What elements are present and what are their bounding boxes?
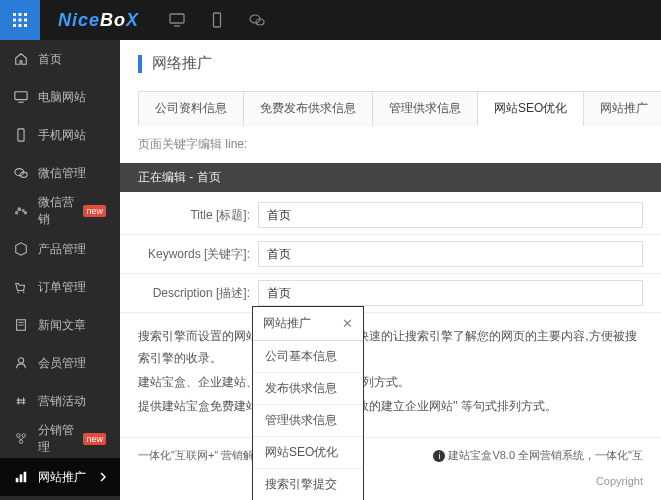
nav-icon [14, 52, 28, 66]
description-input[interactable] [258, 280, 643, 306]
editing-banner: 正在编辑 - 首页 [120, 163, 661, 192]
sidebar-item-9[interactable]: 营销活动 [0, 382, 120, 420]
logo: NiceBoX [40, 10, 157, 31]
tabs: 公司资料信息免费发布供求信息管理供求信息网站SEO优化网站推广搜索引擎提交 [138, 91, 643, 126]
svg-rect-1 [19, 13, 22, 16]
svg-point-22 [24, 211, 28, 215]
keywords-input[interactable] [258, 241, 643, 267]
tab-2[interactable]: 管理供求信息 [372, 91, 478, 126]
tab-3[interactable]: 网站SEO优化 [477, 91, 584, 126]
svg-rect-4 [19, 19, 22, 22]
sidebar-item-0[interactable]: 首页 [0, 40, 120, 78]
nav-icon [14, 356, 28, 370]
sidebar-item-12[interactable]: 功能系统 [0, 496, 120, 500]
tab-1[interactable]: 免费发布供求信息 [243, 91, 373, 126]
sidebar-item-3[interactable]: 微信管理 [0, 154, 120, 192]
nav-label: 手机网站 [38, 127, 86, 144]
tab-4[interactable]: 网站推广 [583, 91, 661, 126]
new-badge: new [83, 205, 106, 217]
sidebar-item-1[interactable]: 电脑网站 [0, 78, 120, 116]
popup-close-button[interactable]: ✕ [342, 316, 353, 331]
description-label: Description [描述]: [138, 285, 258, 302]
nav-label: 电脑网站 [38, 89, 86, 106]
hints: 搜索引擎而设置的网站关键内容,可以方便快速的让搜索引擎了解您的网页的主要内容,方… [120, 317, 661, 427]
seo-form: Title [标题]: Keywords [关键字]: Description … [120, 192, 661, 317]
nav-label: 新闻文章 [38, 317, 86, 334]
sidebar-item-7[interactable]: 新闻文章 [0, 306, 120, 344]
sidebar-item-11[interactable]: 网站推广 [0, 458, 120, 496]
popup-item-0[interactable]: 公司基本信息 [253, 341, 363, 373]
keywords-label: Keywords [关键字]: [138, 246, 258, 263]
form-row-title: Title [标题]: [120, 196, 661, 235]
svg-rect-20 [22, 209, 25, 212]
chevron-right-icon [100, 472, 106, 482]
footer-right: i建站宝盒V8.0 全网营销系统，一体化"互 [433, 448, 643, 463]
nav-label: 订单管理 [38, 279, 86, 296]
svg-point-24 [23, 291, 25, 293]
desktop-icon-button[interactable] [157, 0, 197, 40]
chat-icon-button[interactable] [237, 0, 277, 40]
copyright: Copyright [120, 473, 661, 489]
nav-icon [14, 166, 28, 180]
nav-icon [14, 242, 28, 256]
info-icon: i [433, 450, 445, 462]
svg-rect-3 [13, 19, 16, 22]
svg-rect-34 [24, 472, 27, 483]
nav-icon [14, 470, 28, 484]
svg-rect-9 [170, 14, 184, 23]
svg-rect-19 [18, 208, 22, 212]
nav-label: 产品管理 [38, 241, 86, 258]
sidebar-item-10[interactable]: 分销管理new [0, 420, 120, 458]
nav-label: 微信营销 [38, 194, 79, 228]
chat-icon [249, 12, 265, 28]
nav-label: 会员管理 [38, 355, 86, 372]
svg-rect-14 [15, 92, 27, 100]
nav-icon [14, 128, 28, 142]
svg-rect-0 [13, 13, 16, 16]
svg-rect-32 [16, 478, 19, 482]
new-badge: new [83, 433, 106, 445]
form-row-description: Description [描述]: [120, 274, 661, 313]
nav-icon [14, 318, 28, 332]
sidebar-item-2[interactable]: 手机网站 [0, 116, 120, 154]
nav-icon [14, 90, 28, 104]
popup-item-1[interactable]: 发布供求信息 [253, 373, 363, 405]
submenu-popup: 网站推广 ✕ 公司基本信息发布供求信息管理供求信息网站SEO优化搜索引擎提交付费… [252, 306, 364, 500]
nav-icon [14, 432, 28, 446]
mobile-icon-button[interactable] [197, 0, 237, 40]
sidebar-item-6[interactable]: 订单管理 [0, 268, 120, 306]
nav-icon [14, 280, 28, 294]
title-label: Title [标题]: [138, 207, 258, 224]
app-menu-button[interactable] [0, 0, 40, 40]
svg-point-30 [22, 434, 26, 438]
sidebar-item-8[interactable]: 会员管理 [0, 344, 120, 382]
breadcrumb: 页面关键字编辑 line: [120, 126, 661, 163]
main-content: 网络推广 公司资料信息免费发布供求信息管理供求信息网站SEO优化网站推广搜索引擎… [120, 40, 661, 500]
sidebar-item-4[interactable]: 微信营销new [0, 192, 120, 230]
desktop-icon [169, 12, 185, 28]
mobile-icon [209, 12, 225, 28]
nav-label: 网站推广 [38, 469, 86, 486]
sidebar-item-5[interactable]: 产品管理 [0, 230, 120, 268]
title-input[interactable] [258, 202, 643, 228]
popup-title: 网站推广 [263, 315, 311, 332]
popup-item-3[interactable]: 网站SEO优化 [253, 437, 363, 469]
footer-line: 一体化"互联网+" 营销解决方案 i建站宝盒V8.0 全网营销系统，一体化"互 [120, 437, 661, 473]
tab-0[interactable]: 公司资料信息 [138, 91, 244, 126]
nav-label: 首页 [38, 51, 62, 68]
svg-point-28 [18, 358, 23, 363]
svg-rect-2 [24, 13, 27, 16]
svg-point-23 [18, 291, 20, 293]
hint-line: 建站宝盒、企业建站、免费建站" 等词组排列方式。 [138, 371, 643, 393]
topbar: NiceBoX [0, 0, 661, 40]
nav-label: 微信管理 [38, 165, 86, 182]
nav-icon [14, 394, 28, 408]
grid-icon [12, 12, 28, 28]
popup-item-2[interactable]: 管理供求信息 [253, 405, 363, 437]
svg-rect-16 [18, 129, 24, 141]
hint-line: 提供建站宝盒免费建站服务,帮助您快速高效的建立企业网站" 等句式排列方式。 [138, 395, 643, 417]
svg-rect-11 [214, 13, 221, 27]
popup-item-4[interactable]: 搜索引擎提交 [253, 469, 363, 500]
nav-label: 分销管理 [38, 422, 79, 456]
sidebar: 首页电脑网站手机网站微信管理微信营销new产品管理订单管理新闻文章会员管理营销活… [0, 40, 120, 500]
